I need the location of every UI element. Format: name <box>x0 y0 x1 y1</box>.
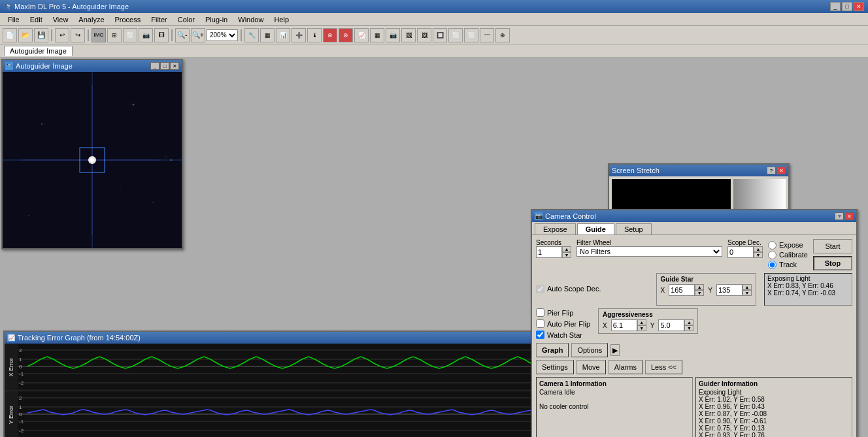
menu-process[interactable]: Process <box>110 14 146 25</box>
stop-button[interactable]: Stop <box>813 256 852 270</box>
guide-y-down[interactable]: ▼ <box>743 290 752 296</box>
seconds-spin[interactable]: ▲ ▼ <box>536 246 571 258</box>
scope-dec-down[interactable]: ▼ <box>754 252 763 258</box>
tb8[interactable]: 📊 <box>276 28 290 42</box>
settings-button[interactable]: Settings <box>536 360 574 374</box>
menu-view[interactable]: View <box>48 14 74 25</box>
maximize-btn[interactable]: □ <box>842 2 852 11</box>
tab-guide[interactable]: Guide <box>577 223 614 235</box>
menu-plugin[interactable]: Plug-in <box>200 14 233 25</box>
tb4[interactable]: 📷 <box>139 28 153 42</box>
auto-scope-dec-checkbox[interactable] <box>536 285 544 293</box>
less-button[interactable]: Less << <box>645 360 682 374</box>
tb16[interactable]: 🖼 <box>401 28 416 42</box>
tb9[interactable]: ➕ <box>292 28 306 42</box>
stretch-close[interactable]: ✕ <box>776 167 786 174</box>
scope-dec-up[interactable]: ▲ <box>754 246 763 252</box>
scope-dec-spin[interactable]: ▲ ▼ <box>727 246 763 258</box>
menu-file[interactable]: File <box>3 14 25 25</box>
zoom-select-wrapper[interactable]: 200% 100% 50% 400% <box>207 29 238 41</box>
menu-color[interactable]: Color <box>173 14 200 25</box>
tb13[interactable]: 📈 <box>354 28 369 42</box>
agg-y-input[interactable] <box>658 319 684 331</box>
options-button[interactable]: Options <box>571 343 608 357</box>
menu-filter[interactable]: Filter <box>146 14 172 25</box>
tb11[interactable]: ⊗ <box>323 28 337 42</box>
save-btn[interactable]: 💾 <box>34 28 48 42</box>
guide-x-spin[interactable]: ▲ ▼ <box>669 284 704 296</box>
menu-edit[interactable]: Edit <box>25 14 48 25</box>
filter-select[interactable]: No Filters <box>576 246 722 257</box>
tab-autoguider[interactable]: Autoguider Image <box>4 46 73 56</box>
zoom-out-btn[interactable]: 🔍- <box>175 28 190 42</box>
agg-y-spin[interactable]: ▲ ▼ <box>658 319 693 331</box>
agg-x-spin[interactable]: ▲ ▼ <box>611 319 646 331</box>
agg-y-down[interactable]: ▼ <box>684 325 693 331</box>
guide-x-down[interactable]: ▼ <box>695 290 704 296</box>
agg-y-up[interactable]: ▲ <box>684 319 693 325</box>
radio-track[interactable]: Track <box>768 261 808 269</box>
guide-x-up[interactable]: ▲ <box>695 284 704 290</box>
camera-help[interactable]: ? <box>835 212 844 220</box>
menu-window[interactable]: Window <box>233 14 269 25</box>
agg-x-btns[interactable]: ▲ ▼ <box>637 319 646 331</box>
agg-x-down[interactable]: ▼ <box>637 325 646 331</box>
undo-btn[interactable]: ↩ <box>55 28 69 42</box>
radio-calibrate-input[interactable] <box>768 251 776 259</box>
tb1[interactable]: IMG <box>92 28 106 42</box>
tb6[interactable]: 🔧 <box>244 28 259 42</box>
new-btn[interactable]: 📄 <box>3 28 17 42</box>
redo-btn[interactable]: ↪ <box>71 28 85 42</box>
seconds-down[interactable]: ▼ <box>562 252 571 258</box>
auto-scope-dec-cb[interactable]: Auto Scope Dec. <box>536 273 601 304</box>
seconds-up[interactable]: ▲ <box>562 246 571 252</box>
scope-dec-spin-btns[interactable]: ▲ ▼ <box>754 246 763 258</box>
tb7[interactable]: ▦ <box>260 28 275 42</box>
tab-expose[interactable]: Expose <box>535 223 576 235</box>
tb21[interactable]: 〰 <box>480 28 494 42</box>
tb5[interactable]: 🎞 <box>154 28 169 42</box>
autoguider-maximize[interactable]: □ <box>160 62 169 70</box>
watch-star-cb[interactable]: Watch Star <box>536 331 590 339</box>
menu-help[interactable]: Help <box>269 14 294 25</box>
tb3[interactable]: ⬜ <box>123 28 137 42</box>
stretch-help[interactable]: ? <box>767 167 776 174</box>
autoguider-close[interactable]: ✕ <box>170 62 179 70</box>
radio-expose[interactable]: Expose <box>768 241 808 250</box>
tb10[interactable]: 🌡 <box>307 28 322 42</box>
tab-setup[interactable]: Setup <box>616 223 652 235</box>
agg-x-up[interactable]: ▲ <box>637 319 646 325</box>
auto-pier-flip-checkbox[interactable] <box>536 319 544 328</box>
zoom-in-btn[interactable]: 🔍+ <box>191 28 205 42</box>
pier-flip-checkbox[interactable] <box>536 308 544 317</box>
close-btn[interactable]: ✕ <box>854 2 864 11</box>
tb15[interactable]: 📷 <box>386 28 400 42</box>
tb12[interactable]: ⊗ <box>339 28 353 42</box>
tb17[interactable]: 🖼 <box>417 28 431 42</box>
menu-analyze[interactable]: Analyze <box>73 14 109 25</box>
pier-flip-cb[interactable]: Pier Flip <box>536 308 590 317</box>
tb14[interactable]: ▦ <box>370 28 384 42</box>
options-arrow[interactable]: ▶ <box>610 344 620 356</box>
guide-y-spin[interactable]: ▲ ▼ <box>716 284 752 296</box>
open-btn[interactable]: 📂 <box>18 28 33 42</box>
radio-calibrate[interactable]: Calibrate <box>768 251 808 259</box>
tb19[interactable]: ⬜ <box>448 28 463 42</box>
scope-dec-input[interactable] <box>727 246 754 258</box>
graph-button[interactable]: Graph <box>536 343 569 357</box>
minimize-btn[interactable]: _ <box>830 2 841 11</box>
tb22[interactable]: ⊕ <box>495 28 510 42</box>
tb18[interactable]: 🔲 <box>433 28 447 42</box>
agg-x-input[interactable] <box>611 319 637 331</box>
start-button[interactable]: Start <box>813 239 852 253</box>
agg-y-btns[interactable]: ▲ ▼ <box>684 319 693 331</box>
seconds-spin-btns[interactable]: ▲ ▼ <box>562 246 571 258</box>
watch-star-checkbox[interactable] <box>536 331 544 339</box>
radio-track-input[interactable] <box>768 261 776 269</box>
seconds-input[interactable] <box>536 246 562 258</box>
guide-x-btns[interactable]: ▲ ▼ <box>695 284 704 296</box>
guide-y-btns[interactable]: ▲ ▼ <box>743 284 752 296</box>
tb2[interactable]: ⊞ <box>107 28 122 42</box>
auto-pier-flip-cb[interactable]: Auto Pier Flip <box>536 319 590 328</box>
move-button[interactable]: Move <box>576 360 606 374</box>
